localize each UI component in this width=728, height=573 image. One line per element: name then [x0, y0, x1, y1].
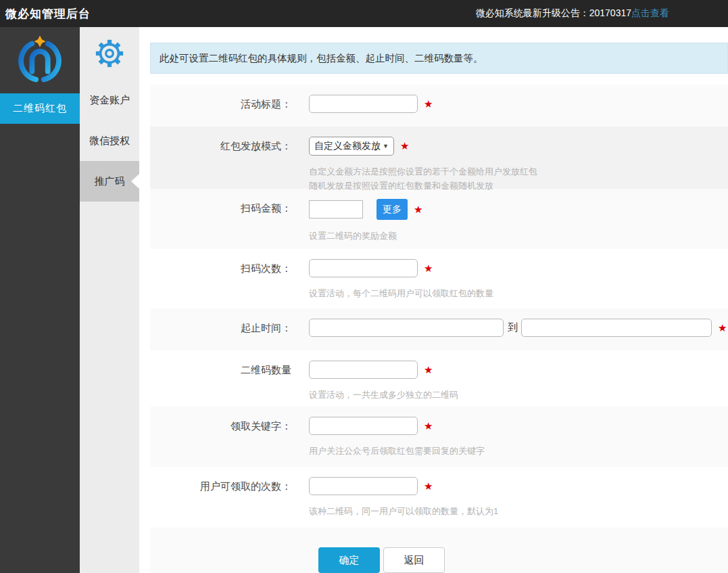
- activity-title-label: 活动标题：: [150, 95, 291, 127]
- scan-amount-helper: 设置二维码的奖励金额: [309, 229, 728, 243]
- qrcode-count-label: 二维码数量: [150, 361, 291, 407]
- required-star-icon: ★: [424, 262, 433, 275]
- more-button[interactable]: 更多: [377, 199, 408, 220]
- user-claim-times-label: 用户可领取的次数：: [150, 477, 291, 528]
- scan-times-input[interactable]: [309, 259, 418, 277]
- required-star-icon: ★: [424, 420, 433, 432]
- time-range-label: 起止时间：: [150, 319, 291, 350]
- qrcode-count-helper: 设置活动，一共生成多少独立的二维码: [309, 388, 728, 402]
- scan-times-label: 扫码次数：: [150, 259, 291, 308]
- row-time-range: 起止时间： 到 ★: [150, 308, 728, 350]
- scan-amount-input[interactable]: [309, 200, 363, 219]
- chevron-down-icon: ▼: [383, 143, 389, 150]
- user-claim-times-input[interactable]: [309, 477, 418, 495]
- row-claim-keyword: 领取关键字： ★ 用户关注公众号后领取红包需要回复的关键字: [150, 407, 728, 467]
- dispatch-mode-label: 红包发放模式：: [150, 137, 291, 189]
- claim-keyword-input[interactable]: [309, 417, 418, 435]
- row-user-claim-times: 用户可领取的次数： ★ 该种二维码，同一用户可以领取的数量，默认为1: [150, 467, 728, 528]
- announcement-bar: 微必知系统最新升级公告：20170317点击查看: [476, 7, 728, 20]
- required-star-icon: ★: [424, 98, 433, 110]
- scan-times-helper: 设置活动，每个二维码用户可以领取红包的数量: [309, 286, 728, 300]
- row-dispatch-mode: 红包发放模式： 自定义金额发放 ▼ ★ 自定义金额方法是按照你设置的若干个金额给…: [150, 127, 728, 189]
- main-sidebar: 二维码红包: [0, 27, 80, 573]
- activity-title-input[interactable]: [309, 95, 418, 113]
- row-activity-title: 活动标题： ★: [150, 85, 728, 127]
- settings-section[interactable]: [80, 27, 139, 80]
- required-star-icon: ★: [424, 364, 433, 376]
- submenu-item-wechat-auth[interactable]: 微信授权: [80, 120, 139, 161]
- qrcode-count-input[interactable]: [309, 361, 418, 379]
- row-qrcode-count: 二维码数量 ★ 设置活动，一共生成多少独立的二维码: [150, 350, 728, 407]
- brand-logo-icon: [14, 35, 66, 87]
- user-claim-times-helper: 该种二维码，同一用户可以领取的数量，默认为1: [309, 504, 728, 518]
- row-scan-times: 扫码次数： ★ 设置活动，每个二维码用户可以领取红包的数量: [150, 249, 728, 308]
- dispatch-mode-select[interactable]: 自定义金额发放 ▼: [309, 137, 394, 156]
- required-star-icon: ★: [424, 480, 433, 492]
- start-time-input[interactable]: [309, 319, 504, 337]
- claim-keyword-helper: 用户关注公众号后领取红包需要回复的关键字: [309, 444, 728, 458]
- row-scan-amount: 扫码金额： 更多 ★ 设置二维码的奖励金额: [150, 189, 728, 249]
- app-title: 微必知管理后台: [0, 6, 91, 22]
- sidebar-item-qrcode-redpacket[interactable]: 二维码红包: [0, 93, 80, 124]
- gear-icon: [94, 38, 125, 69]
- topbar: 微必知管理后台 微必知系统最新升级公告：20170317点击查看: [0, 0, 728, 27]
- required-star-icon: ★: [718, 322, 727, 334]
- time-range-separator: 到: [508, 321, 518, 334]
- submenu-item-promo-code[interactable]: 推广码: [80, 161, 139, 202]
- end-time-input[interactable]: [521, 319, 712, 337]
- submenu-item-funds-account[interactable]: 资金账户: [80, 80, 139, 120]
- required-star-icon: ★: [414, 204, 422, 216]
- main-content: 此处可设置二维码红包的具体规则，包括金额、起止时间、二维码数量等。 活动标题： …: [139, 27, 728, 573]
- form-footer: 确定 返回: [150, 528, 728, 573]
- announcement-text: 微必知系统最新升级公告：20170317: [476, 7, 631, 18]
- app-body: 二维码红包 资金账户 微信授权 推广码: [0, 27, 728, 573]
- sub-sidebar: 资金账户 微信授权 推广码: [80, 27, 139, 573]
- dispatch-mode-helper: 自定义金额方法是按照你设置的若干个金额给用户发放红包 随机发放是按照设置的红包数…: [309, 164, 728, 193]
- back-button[interactable]: 返回: [383, 547, 445, 573]
- scan-amount-label: 扫码金额：: [150, 199, 291, 249]
- confirm-button[interactable]: 确定: [318, 547, 380, 573]
- announcement-view-link[interactable]: 点击查看: [631, 7, 669, 18]
- claim-keyword-label: 领取关键字：: [150, 417, 291, 467]
- logo: [0, 27, 80, 93]
- required-star-icon: ★: [400, 140, 409, 152]
- dispatch-mode-value: 自定义金额发放: [314, 140, 383, 152]
- info-banner: 此处可设置二维码红包的具体规则，包括金额、起止时间、二维码数量等。: [150, 43, 728, 74]
